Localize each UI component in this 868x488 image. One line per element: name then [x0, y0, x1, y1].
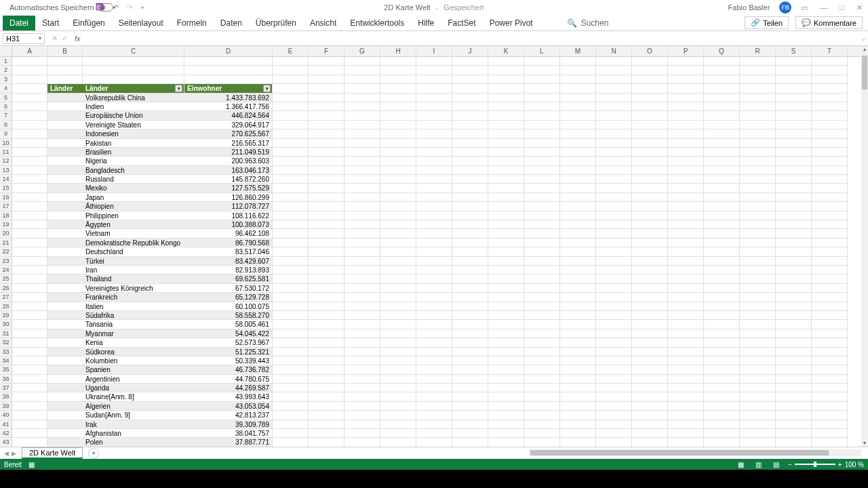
cell[interactable]: [740, 320, 776, 329]
cell[interactable]: [344, 202, 380, 211]
cell[interactable]: [309, 311, 344, 320]
cell[interactable]: [452, 129, 488, 138]
cell[interactable]: [488, 193, 524, 202]
cell[interactable]: [488, 411, 524, 420]
cell[interactable]: [309, 175, 344, 184]
cell[interactable]: [776, 411, 812, 420]
cell[interactable]: [47, 311, 83, 320]
cell[interactable]: [12, 311, 47, 320]
cell[interactable]: [47, 402, 83, 411]
cell[interactable]: [452, 392, 488, 401]
row-header[interactable]: 27: [0, 293, 12, 302]
cell[interactable]: [632, 247, 668, 256]
cell[interactable]: [309, 438, 344, 447]
cell[interactable]: [704, 420, 740, 429]
cell[interactable]: [740, 375, 776, 384]
cell[interactable]: [416, 139, 452, 148]
cell[interactable]: [416, 284, 452, 293]
cell[interactable]: [12, 429, 47, 438]
cell[interactable]: [344, 157, 380, 165]
cell[interactable]: [812, 247, 848, 256]
cell[interactable]: [47, 66, 83, 75]
cell[interactable]: [740, 329, 776, 338]
cell[interactable]: [344, 211, 380, 220]
redo-icon[interactable]: ↷: [127, 3, 133, 12]
cell[interactable]: 270.625.567: [184, 129, 273, 138]
cell[interactable]: [668, 66, 704, 75]
view-normal-icon[interactable]: ▦: [735, 460, 747, 468]
cell[interactable]: 38.041.757: [184, 429, 273, 438]
cell[interactable]: [596, 274, 632, 283]
cell[interactable]: 58.005.461: [184, 320, 273, 329]
cell[interactable]: [309, 57, 344, 66]
cell[interactable]: [812, 274, 848, 283]
cell[interactable]: [488, 266, 524, 274]
cell[interactable]: [380, 157, 416, 165]
cell[interactable]: [704, 329, 740, 338]
cell[interactable]: [560, 402, 596, 411]
cell[interactable]: [380, 66, 416, 75]
cell[interactable]: [524, 229, 560, 238]
cell[interactable]: [632, 211, 668, 220]
cell[interactable]: [380, 293, 416, 302]
ribbon-options-icon[interactable]: ▭: [801, 3, 808, 12]
cell[interactable]: [452, 75, 488, 84]
cell[interactable]: [452, 202, 488, 211]
cell[interactable]: [416, 438, 452, 447]
cell[interactable]: [524, 320, 560, 329]
row-header[interactable]: 30: [0, 320, 12, 329]
maximize-icon[interactable]: □: [840, 3, 844, 12]
cell[interactable]: [488, 157, 524, 165]
cell[interactable]: [309, 129, 344, 138]
cell[interactable]: [524, 75, 560, 84]
cell[interactable]: [380, 102, 416, 111]
cell[interactable]: [704, 229, 740, 238]
cell[interactable]: Südkorea: [83, 348, 184, 357]
cell[interactable]: Tansania: [83, 320, 184, 329]
cell[interactable]: [560, 239, 596, 247]
cell[interactable]: [309, 220, 344, 229]
cell[interactable]: [524, 157, 560, 165]
cell[interactable]: [488, 402, 524, 411]
cell[interactable]: [416, 274, 452, 283]
cell[interactable]: [12, 438, 47, 447]
add-sheet-button[interactable]: +: [88, 448, 99, 459]
cell[interactable]: [560, 384, 596, 392]
cell[interactable]: [740, 357, 776, 365]
cell[interactable]: [380, 193, 416, 202]
cell[interactable]: [452, 157, 488, 165]
row-header[interactable]: 5: [0, 94, 12, 102]
cell[interactable]: [740, 311, 776, 320]
cell[interactable]: [596, 329, 632, 338]
cell[interactable]: [776, 220, 812, 229]
cell[interactable]: [560, 329, 596, 338]
cell[interactable]: [812, 257, 848, 266]
cell[interactable]: [524, 102, 560, 111]
cell[interactable]: [452, 375, 488, 384]
cell[interactable]: [488, 129, 524, 138]
tab-power pivot[interactable]: Power Pivot: [483, 16, 540, 30]
cell[interactable]: [83, 57, 184, 66]
cell[interactable]: [416, 84, 452, 93]
cell[interactable]: [776, 329, 812, 338]
cell[interactable]: [273, 348, 309, 357]
cell[interactable]: [812, 311, 848, 320]
row-header[interactable]: 25: [0, 274, 12, 283]
row-header[interactable]: 24: [0, 266, 12, 274]
cell[interactable]: [740, 284, 776, 293]
cell[interactable]: [632, 121, 668, 129]
row-header[interactable]: 32: [0, 338, 12, 347]
cell[interactable]: [524, 211, 560, 220]
cell[interactable]: [812, 429, 848, 438]
cell[interactable]: [776, 166, 812, 175]
cell[interactable]: [12, 284, 47, 293]
cell[interactable]: [632, 274, 668, 283]
cell[interactable]: [560, 211, 596, 220]
cell[interactable]: [776, 84, 812, 93]
cell[interactable]: [47, 239, 83, 247]
cell[interactable]: [380, 129, 416, 138]
row-header[interactable]: 2: [0, 66, 12, 75]
cell[interactable]: [416, 348, 452, 357]
cell[interactable]: [380, 111, 416, 120]
col-header-F[interactable]: F: [309, 46, 344, 56]
